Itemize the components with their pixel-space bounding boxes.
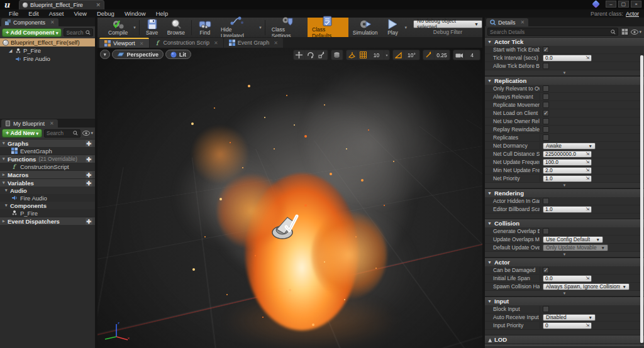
checkbox[interactable] [543, 63, 549, 69]
dropdown-field[interactable]: Awake▼ [543, 143, 596, 150]
expand-arrows-icon[interactable]: ⇲ [586, 55, 589, 60]
play-button[interactable]: Play [382, 18, 403, 37]
class-settings-button[interactable]: Class Settings [267, 18, 308, 37]
save-button[interactable]: Save [142, 18, 163, 37]
section-expander-icon[interactable]: ▸ [3, 219, 6, 224]
number-field[interactable]: 1.0⇲ [543, 175, 592, 182]
my-blueprint-search-input[interactable]: Search [44, 129, 81, 138]
parent-class-link[interactable]: Actor [626, 11, 639, 17]
surface-snap-icon[interactable] [347, 50, 358, 60]
advanced-expander[interactable]: ▼ [485, 291, 644, 296]
camera-speed-icon[interactable] [453, 50, 465, 60]
menu-file[interactable]: File [4, 10, 23, 17]
play-dropdown-arrow[interactable]: ▾ [403, 25, 408, 30]
simulation-button[interactable]: Simulation [348, 18, 382, 37]
advanced-expander[interactable]: ▼ [485, 183, 644, 188]
debug-object-select[interactable]: No debug object selected▼ [413, 20, 482, 28]
move-tool-icon[interactable] [294, 50, 305, 60]
viewport-3d[interactable]: ▾ Perspective Lit 10▾10°0.254 z x [97, 48, 482, 348]
component-row-fire-audio[interactable]: Fire Audio [0, 55, 95, 63]
number-field[interactable]: 225000000.0⇲ [543, 151, 592, 158]
asset-tab[interactable]: Blueprint_Effect_Fire ✕ [19, 0, 104, 9]
details-view-options-button[interactable]: ▾ [631, 30, 641, 35]
property-matrix-button[interactable] [620, 28, 629, 36]
checkbox[interactable] [543, 102, 549, 108]
checkbox[interactable] [543, 94, 549, 100]
section-event-dispatchers[interactable]: ▸Event Dispatchers✚ [0, 217, 95, 225]
checkbox[interactable] [543, 228, 549, 234]
menu-debug[interactable]: Debug [92, 10, 119, 17]
browse-button[interactable]: Browse [163, 18, 189, 37]
blueprint-item-constructionscript[interactable]: fConstructionScript [0, 163, 95, 170]
component-row-blueprint-effect-fire-self-[interactable]: Blueprint_Effect_Fire(self) [0, 38, 95, 46]
section-expander-icon[interactable]: ▼ [487, 221, 492, 226]
expand-arrows-icon[interactable]: ⇲ [586, 160, 589, 165]
section-expander-icon[interactable]: ▼ [487, 40, 492, 44]
visibility-filter-button[interactable]: ▾ [82, 131, 93, 136]
doc-tab-close-icon[interactable]: ✕ [140, 41, 144, 46]
details-tab-close-icon[interactable]: ✕ [521, 19, 525, 25]
scale-tool-icon[interactable] [316, 50, 328, 60]
scale-snap-value[interactable]: 0.25 [435, 50, 450, 60]
tab-details[interactable]: Details ✕ [486, 18, 528, 26]
section-expander-icon[interactable]: ▼ [487, 191, 492, 195]
doc-tab-close-icon[interactable]: ✕ [274, 40, 278, 46]
tab-components[interactable]: Components ✕ [1, 18, 58, 26]
number-field[interactable]: 0.0⇲ [543, 55, 592, 62]
section-expander-icon[interactable]: ▼ [487, 299, 492, 303]
add-icon[interactable]: ✚ [86, 218, 92, 225]
asset-tab-close-icon[interactable]: ✕ [96, 2, 101, 8]
number-field[interactable]: 1.0⇲ [543, 206, 592, 213]
expand-arrows-icon[interactable]: ⇲ [586, 176, 589, 181]
details-section-collision[interactable]: ▼Collision [485, 219, 644, 227]
expand-arrows-icon[interactable]: ⇲ [586, 168, 589, 173]
checkbox[interactable] [543, 134, 549, 141]
find-button[interactable]: Find [194, 18, 216, 37]
details-section-replication[interactable]: ▼Replication [485, 76, 644, 85]
compile-dropdown-arrow[interactable]: ▾ [132, 25, 137, 30]
world-coordinate-icon[interactable] [331, 50, 343, 60]
component-row-p-fire[interactable]: ◢P_Fire [0, 46, 95, 55]
compile-button[interactable]: Compile [104, 18, 132, 37]
tab-viewport[interactable]: Viewport✕ [99, 38, 149, 48]
blueprint-item-p_fire[interactable]: P_Fire [0, 209, 95, 217]
doc-tab-close-icon[interactable]: ✕ [214, 40, 218, 46]
dropdown-field[interactable]: Use Config Default▼ [543, 236, 603, 243]
section-expander-icon[interactable]: ▶ [487, 337, 492, 342]
scale-snap-icon[interactable] [423, 50, 435, 60]
viewport-options-button[interactable]: ▾ [100, 50, 110, 59]
expand-arrows-icon[interactable]: ⇲ [586, 323, 589, 328]
details-section-cooking[interactable]: ▶Cooking [485, 344, 644, 346]
lit-button[interactable]: Lit [165, 50, 191, 59]
menu-asset[interactable]: Asset [44, 10, 69, 17]
section-expander-icon[interactable]: ▾ [3, 180, 6, 185]
details-section-lod[interactable]: ▶LOD [485, 335, 644, 344]
expand-arrows-icon[interactable]: ⇲ [586, 207, 589, 212]
perspective-button[interactable]: Perspective [112, 50, 164, 59]
camera-speed-value[interactable]: 4 [465, 50, 480, 60]
tab-my-blueprint[interactable]: My Blueprint ✕ [1, 119, 58, 128]
add-icon[interactable]: ✚ [86, 171, 92, 178]
class-defaults-button[interactable]: Class Defaults [308, 18, 348, 37]
add-icon[interactable]: ✚ [86, 180, 92, 187]
details-search-input[interactable]: Search Details [487, 28, 618, 36]
expander-arrow-icon[interactable]: ◢ [9, 48, 13, 53]
details-section-input[interactable]: ▼Input [485, 296, 644, 305]
grid-snap-dropdown-arrow[interactable]: ▾ [384, 50, 389, 60]
add-icon[interactable]: ✚ [86, 140, 92, 147]
number-field[interactable]: 0.0⇲ [543, 275, 592, 282]
dropdown-field[interactable]: Disabled▼ [543, 314, 596, 321]
section-expander-icon[interactable]: ▸ [3, 172, 6, 177]
number-field[interactable]: 100.0⇲ [543, 159, 592, 166]
menu-window[interactable]: Window [119, 10, 151, 17]
details-section-actor[interactable]: ▼Actor [485, 258, 644, 266]
section-expander-icon[interactable]: ▼ [487, 79, 492, 83]
grid-snap-icon[interactable] [358, 50, 369, 60]
details-scrollbar[interactable] [640, 55, 643, 343]
section-expander-icon[interactable]: ▾ [3, 141, 6, 146]
expand-arrows-icon[interactable]: ⇲ [586, 276, 589, 281]
close-button[interactable]: × [631, 1, 641, 8]
subsection-expander-icon[interactable]: ▾ [5, 203, 9, 208]
section-graphs[interactable]: ▾Graphs✚ [0, 139, 95, 147]
rotate-tool-icon[interactable] [305, 50, 316, 60]
